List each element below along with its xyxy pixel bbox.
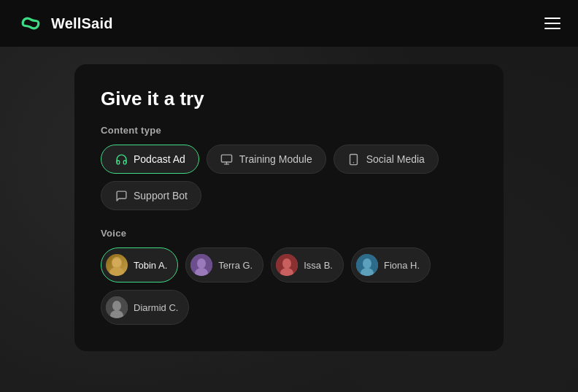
voice-chip-fiona[interactable]: Fiona H.: [351, 247, 431, 283]
headphones-icon: [115, 153, 128, 166]
avatar-diarmid: [106, 296, 128, 318]
voice-chip-diarmid[interactable]: Diarmid C.: [101, 290, 189, 325]
svg-rect-0: [222, 155, 232, 162]
chip-social-media[interactable]: Social Media: [334, 145, 439, 174]
hamburger-line-1: [544, 18, 560, 19]
voice-section: Voice Tobin A.: [101, 228, 477, 325]
promo-text: Squareblock is your go to for creating c…: [38, 389, 540, 392]
svg-point-12: [282, 258, 291, 269]
voice-chip-tobin[interactable]: Tobin A.: [101, 247, 178, 283]
voice-fiona-label: Fiona H.: [384, 260, 420, 271]
chip-training-module[interactable]: Training Module: [207, 145, 326, 174]
content-type-chips: Podcast Ad Training Module: [101, 145, 477, 210]
hamburger-menu-button[interactable]: [544, 18, 560, 29]
phone-icon: [347, 153, 361, 166]
svg-point-18: [112, 301, 121, 311]
logo-area: WellSaid: [18, 10, 113, 36]
voice-issa-label: Issa B.: [304, 260, 333, 271]
voice-chips: Tobin A. Terra G.: [101, 247, 477, 325]
chip-social-media-label: Social Media: [366, 153, 425, 165]
main-content: Give it a try Content type Podcast Ad: [0, 47, 578, 369]
voice-chip-terra[interactable]: Terra G.: [185, 247, 263, 283]
svg-point-7: [112, 258, 121, 267]
chip-podcast-ad[interactable]: Podcast Ad: [101, 145, 199, 174]
avatar-terra: [190, 254, 212, 276]
card-title: Give it a try: [101, 88, 477, 110]
avatar-tobin: [106, 254, 128, 276]
voice-chip-issa[interactable]: Issa B.: [271, 247, 344, 283]
avatar-fiona: [356, 254, 378, 276]
chip-support-bot-label: Support Bot: [134, 190, 188, 201]
voice-label: Voice: [101, 228, 477, 239]
avatar-issa: [276, 254, 298, 276]
svg-point-6: [109, 267, 124, 276]
voice-terra-label: Terra G.: [218, 260, 253, 271]
try-card: Give it a try Content type Podcast Ad: [74, 64, 504, 351]
header: WellSaid: [0, 0, 578, 47]
chat-icon: [115, 189, 128, 202]
content-type-label: Content type: [101, 125, 477, 136]
chip-support-bot[interactable]: Support Bot: [101, 181, 201, 210]
monitor-icon: [220, 153, 234, 166]
logo-text: WellSaid: [51, 15, 113, 32]
chip-podcast-ad-label: Podcast Ad: [134, 153, 185, 165]
svg-point-9: [197, 258, 206, 269]
hamburger-line-3: [544, 28, 560, 29]
chip-training-module-label: Training Module: [239, 153, 312, 165]
voice-tobin-label: Tobin A.: [134, 260, 167, 271]
svg-point-15: [363, 258, 371, 269]
promo-container: Squareblock is your go to for creating c…: [0, 389, 578, 392]
voice-diarmid-label: Diarmid C.: [134, 302, 178, 313]
wellsaid-logo-icon: [18, 10, 44, 36]
hamburger-line-2: [544, 23, 560, 24]
